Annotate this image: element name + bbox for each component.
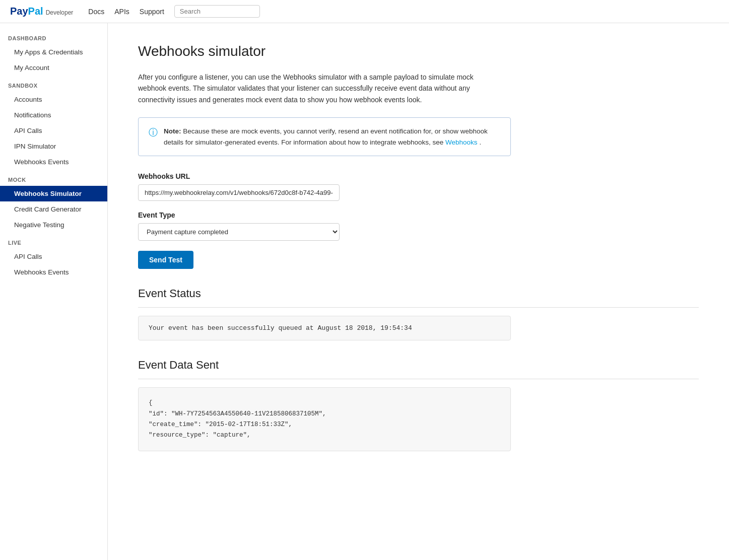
sidebar-item-webhooks-simulator[interactable]: Webhooks Simulator [0,186,107,201]
sidebar-section-dashboard: DASHBOARD [0,28,107,44]
nav-docs[interactable]: Docs [88,8,104,16]
nav-support[interactable]: Support [140,8,164,16]
webhooks-url-input[interactable] [138,184,340,201]
sidebar-section-live: LIVE [0,233,107,249]
webhooks-link[interactable]: Webhooks [445,138,478,146]
event-data-line: "create_time": "2015-02-17T18:51:33Z", [149,419,500,430]
top-navigation: PayPal Developer Docs APIs Support [0,0,729,23]
sidebar-item-webhooks-events[interactable]: Webhooks Events [0,154,107,170]
description-text: After you configure a listener, you can … [138,72,501,105]
info-icon: ⓘ [149,126,158,148]
note-box: ⓘ Note: Because these are mock events, y… [138,117,511,156]
page-layout: DASHBOARDMy Apps & CredentialsMy Account… [0,23,729,560]
event-data-line: "id": "WH-7Y7254563A4550640-11V218580683… [149,409,500,419]
event-data-box: { "id": "WH-7Y7254563A4550640-11V2185806… [138,387,511,451]
developer-label: Developer [46,9,74,16]
sidebar-item-my-apps[interactable]: My Apps & Credentials [0,44,107,60]
sidebar-item-live-webhooks-events[interactable]: Webhooks Events [0,264,107,280]
sidebar-item-negative-testing[interactable]: Negative Testing [0,217,107,233]
event-data-line: "resource_type": "capture", [149,430,500,441]
logo[interactable]: PayPal Developer [10,6,73,17]
sidebar-item-notifications[interactable]: Notifications [0,107,107,123]
note-link-suffix: . [479,138,481,146]
nav-apis[interactable]: APIs [114,8,129,16]
note-body-text: Because these are mock events, you canno… [164,127,488,146]
send-test-button[interactable]: Send Test [138,251,193,269]
sidebar-section-sandbox: SANDBOX [0,76,107,92]
sidebar: DASHBOARDMy Apps & CredentialsMy Account… [0,23,108,560]
sidebar-item-api-calls[interactable]: API Calls [0,123,107,138]
divider-1 [138,307,699,308]
paypal-logo-text: PayPal [10,6,43,17]
sidebar-item-accounts[interactable]: Accounts [0,92,107,107]
status-message-text: Your event has been successfully queued … [149,324,412,332]
search-input[interactable] [174,5,260,18]
event-type-label: Event Type [138,211,340,219]
sidebar-item-live-api-calls[interactable]: API Calls [0,249,107,264]
webhooks-url-label: Webhooks URL [138,172,340,180]
event-data-line: { [149,398,500,408]
webhooks-url-group: Webhooks URL [138,172,340,201]
status-message-box: Your event has been successfully queued … [138,316,511,340]
divider-2 [138,379,699,379]
event-data-title: Event Data Sent [138,359,699,372]
event-type-select[interactable]: Payment capture completed [138,223,340,241]
sidebar-item-ipn-simulator[interactable]: IPN Simulator [0,138,107,154]
page-title: Webhooks simulator [138,43,699,59]
nav-links: Docs APIs Support [88,8,164,16]
note-content: Note: Because these are mock events, you… [164,126,500,148]
sidebar-section-mock: MOCK [0,170,107,186]
event-status-title: Event Status [138,287,699,300]
sidebar-item-my-account[interactable]: My Account [0,60,107,76]
main-content: Webhooks simulator After you configure a… [108,23,729,560]
sidebar-item-credit-card-generator[interactable]: Credit Card Generator [0,201,107,217]
note-bold: Note: [164,127,181,135]
event-type-group: Event Type Payment capture completed [138,211,340,241]
